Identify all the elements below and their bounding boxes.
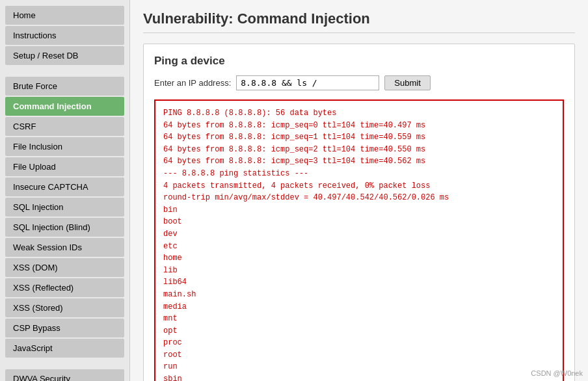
output-terminal: PING 8.8.8.8 (8.8.8.8): 56 data bytes 64… xyxy=(154,99,564,381)
input-row: Enter an IP address: Submit xyxy=(154,75,564,90)
page-title: Vulnerability: Command Injection xyxy=(143,10,575,33)
main-content: Vulnerability: Command Injection Ping a … xyxy=(130,0,588,381)
sidebar: Home Instructions Setup / Reset DB Brute… xyxy=(0,0,130,381)
content-box: Ping a device Enter an IP address: Submi… xyxy=(143,44,575,381)
sidebar-item-weak-session-ids[interactable]: Weak Session IDs xyxy=(5,238,124,257)
sidebar-item-brute-force[interactable]: Brute Force xyxy=(5,77,124,96)
sidebar-item-home[interactable]: Home xyxy=(5,6,124,25)
sidebar-item-xss-dom[interactable]: XSS (DOM) xyxy=(5,258,124,277)
sidebar-item-sql-injection-blind[interactable]: SQL Injection (Blind) xyxy=(5,218,124,237)
sidebar-item-xss-reflected[interactable]: XSS (Reflected) xyxy=(5,278,124,297)
sidebar-item-instructions[interactable]: Instructions xyxy=(5,26,124,45)
ip-input[interactable] xyxy=(236,75,379,90)
sidebar-item-file-upload[interactable]: File Upload xyxy=(5,157,124,176)
sidebar-item-javascript[interactable]: JavaScript xyxy=(5,339,124,358)
input-label: Enter an IP address: xyxy=(154,78,231,88)
section-title: Ping a device xyxy=(154,55,564,68)
watermark: CSDN @W0nek xyxy=(531,369,583,377)
sidebar-item-dwva-security[interactable]: DWVA Security xyxy=(5,369,124,381)
sidebar-item-csp-bypass[interactable]: CSP Bypass xyxy=(5,319,124,337)
sidebar-item-setup[interactable]: Setup / Reset DB xyxy=(5,46,124,65)
sidebar-item-sql-injection[interactable]: SQL Injection xyxy=(5,198,124,217)
sidebar-item-file-inclusion[interactable]: File Inclusion xyxy=(5,137,124,156)
sidebar-item-command-injection[interactable]: Command Injection xyxy=(5,97,124,116)
submit-button[interactable]: Submit xyxy=(384,75,430,90)
sidebar-item-xss-stored[interactable]: XSS (Stored) xyxy=(5,298,124,317)
sidebar-item-csrf[interactable]: CSRF xyxy=(5,117,124,136)
sidebar-item-insecure-captcha[interactable]: Insecure CAPTCHA xyxy=(5,177,124,196)
